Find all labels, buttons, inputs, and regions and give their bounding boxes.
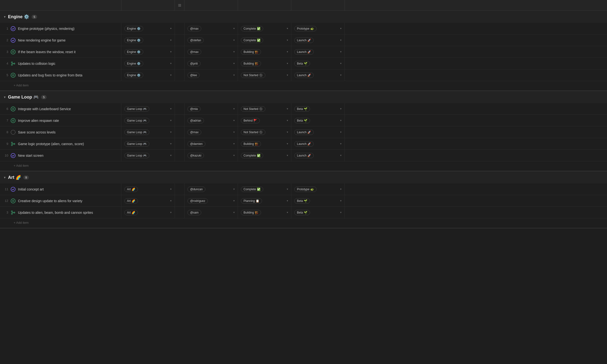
poc-cell-2-0[interactable]: @duncan ▾ [185,183,238,195]
poc-dropdown-arrow-0-3[interactable]: ▾ [233,62,235,65]
milestone-dropdown-arrow-0-0[interactable]: ▾ [340,27,342,30]
area-dropdown-arrow-1-1[interactable]: ▾ [170,119,172,122]
milestone-cell-1-4[interactable]: Launch 🚀 ▾ [291,150,345,161]
status-cell-1-4[interactable]: Complete ✅ ▾ [238,150,291,161]
poc-cell-1-3[interactable]: @damien ▾ [185,138,238,149]
milestone-dropdown-arrow-1-1[interactable]: ▾ [340,119,342,122]
area-cell-1-1[interactable]: Game Loop 🎮 ▾ [121,115,175,126]
milestone-dropdown-arrow-1-2[interactable]: ▾ [340,130,342,134]
milestone-cell-0-2[interactable]: Launch 🚀 ▾ [291,46,345,57]
poc-dropdown-arrow-1-1[interactable]: ▾ [233,119,235,122]
status-cell-0-2[interactable]: Building 🏗️ ▾ [238,46,291,57]
status-dropdown-arrow-2-0[interactable]: ▾ [287,188,288,191]
poc-cell-1-0[interactable]: @mia ▾ [185,103,238,115]
milestone-cell-1-3[interactable]: Launch 🚀 ▾ [291,138,345,149]
area-dropdown-arrow-2-2[interactable]: ▾ [170,211,172,214]
area-cell-2-2[interactable]: Art 🌈 ▾ [121,207,175,218]
status-dropdown-arrow-0-0[interactable]: ▾ [287,27,288,30]
add-column-button[interactable] [345,0,355,11]
milestone-cell-1-0[interactable]: Beta 🌱 ▾ [291,103,345,115]
milestone-cell-0-0[interactable]: Prototype 🐢 ▾ [291,23,345,34]
milestone-cell-0-4[interactable]: Launch 🚀 ▾ [291,69,345,81]
milestone-cell-1-2[interactable]: Launch 🚀 ▾ [291,126,345,138]
area-dropdown-arrow-0-4[interactable]: ▾ [170,74,172,77]
status-cell-1-2[interactable]: Not Started ⚫ ▾ [238,126,291,138]
milestone-dropdown-arrow-2-2[interactable]: ▾ [340,211,342,214]
milestone-dropdown-arrow-0-1[interactable]: ▾ [340,39,342,42]
area-cell-0-1[interactable]: Engine ⚙️ ▾ [121,34,175,46]
status-cell-1-1[interactable]: Behind 🚩 ▾ [238,115,291,126]
status-cell-2-1[interactable]: Planning 📋 ▾ [238,195,291,207]
area-cell-0-4[interactable]: Engine ⚙️ ▾ [121,69,175,81]
area-dropdown-arrow-0-0[interactable]: ▾ [170,27,172,30]
area-cell-2-1[interactable]: Art 🌈 ▾ [121,195,175,207]
milestone-dropdown-arrow-1-3[interactable]: ▾ [340,142,342,145]
area-dropdown-arrow-0-3[interactable]: ▾ [170,62,172,65]
poc-cell-2-2[interactable]: @sam ▾ [185,207,238,218]
area-dropdown-arrow-0-2[interactable]: ▾ [170,50,172,53]
milestone-dropdown-arrow-0-2[interactable]: ▾ [340,50,342,53]
status-dropdown-arrow-1-4[interactable]: ▾ [287,154,288,157]
group-header-1[interactable]: ▾ Game Loop 🎮 5 [0,91,607,103]
area-cell-0-3[interactable]: Engine ⚙️ ▾ [121,58,175,69]
poc-cell-1-2[interactable]: @max ▾ [185,126,238,138]
status-dropdown-arrow-1-3[interactable]: ▾ [287,142,288,145]
status-dropdown-arrow-2-1[interactable]: ▾ [287,199,288,202]
area-cell-1-3[interactable]: Game Loop 🎮 ▾ [121,138,175,149]
poc-dropdown-arrow-0-0[interactable]: ▾ [233,27,235,30]
status-dropdown-arrow-0-4[interactable]: ▾ [287,74,288,77]
area-dropdown-arrow-2-0[interactable]: ▾ [170,188,172,191]
poc-cell-1-4[interactable]: @kazuki ▾ [185,150,238,161]
area-cell-0-0[interactable]: Engine ⚙️ ▾ [121,23,175,34]
area-dropdown-arrow-1-2[interactable]: ▾ [170,130,172,134]
poc-dropdown-arrow-2-1[interactable]: ▾ [233,199,235,202]
milestone-dropdown-arrow-1-4[interactable]: ▾ [340,154,342,157]
group-header-0[interactable]: ▾ Engine ⚙️ 5 [0,11,607,23]
status-cell-0-1[interactable]: Complete ✅ ▾ [238,34,291,46]
milestone-cell-0-3[interactable]: Beta 🌱 ▾ [291,58,345,69]
status-dropdown-arrow-1-1[interactable]: ▾ [287,119,288,122]
status-dropdown-arrow-0-1[interactable]: ▾ [287,39,288,42]
area-cell-0-2[interactable]: Engine ⚙️ ▾ [121,46,175,57]
status-cell-0-3[interactable]: Building 🏗️ ▾ [238,58,291,69]
add-item-row-1[interactable]: + Add item [0,161,607,171]
area-cell-2-0[interactable]: Art 🌈 ▾ [121,183,175,195]
milestone-dropdown-arrow-2-1[interactable]: ▾ [340,199,342,202]
add-item-row-2[interactable]: + Add item [0,218,607,228]
status-dropdown-arrow-0-3[interactable]: ▾ [287,62,288,65]
poc-dropdown-arrow-1-0[interactable]: ▾ [233,107,235,110]
poc-cell-0-4[interactable]: @lee ▾ [185,69,238,81]
milestone-cell-0-1[interactable]: Launch 🚀 ▾ [291,34,345,46]
poc-cell-2-1[interactable]: @rodriguez ▾ [185,195,238,207]
status-dropdown-arrow-1-0[interactable]: ▾ [287,107,288,110]
status-cell-1-3[interactable]: Building 🏗️ ▾ [238,138,291,149]
milestone-dropdown-arrow-0-4[interactable]: ▾ [340,74,342,77]
area-dropdown-arrow-1-0[interactable]: ▾ [170,107,172,110]
collapse-icon-0[interactable]: ▾ [4,15,6,19]
poc-dropdown-arrow-1-4[interactable]: ▾ [233,154,235,157]
poc-cell-1-1[interactable]: @adrian ▾ [185,115,238,126]
area-cell-1-2[interactable]: Game Loop 🎮 ▾ [121,126,175,138]
group-header-2[interactable]: ▾ Art 🌈 9 [0,171,607,183]
status-cell-2-2[interactable]: Building 🏗️ ▾ [238,207,291,218]
area-dropdown-arrow-2-1[interactable]: ▾ [170,199,172,202]
collapse-icon-2[interactable]: ▾ [4,175,6,179]
poc-dropdown-arrow-0-4[interactable]: ▾ [233,74,235,77]
milestone-cell-2-2[interactable]: Beta 🌱 ▾ [291,207,345,218]
poc-dropdown-arrow-2-0[interactable]: ▾ [233,188,235,191]
status-dropdown-arrow-1-2[interactable]: ▾ [287,130,288,134]
poc-cell-0-0[interactable]: @max ▾ [185,23,238,34]
poc-cell-0-1[interactable]: @stefan ▾ [185,34,238,46]
milestone-dropdown-arrow-1-0[interactable]: ▾ [340,107,342,110]
status-cell-1-0[interactable]: Not Started ⚫ ▾ [238,103,291,115]
poc-cell-0-3[interactable]: @priti ▾ [185,58,238,69]
area-dropdown-arrow-1-4[interactable]: ▾ [170,154,172,157]
status-dropdown-arrow-0-2[interactable]: ▾ [287,50,288,53]
collapse-icon-1[interactable]: ▾ [4,95,6,99]
status-cell-0-0[interactable]: Complete ✅ ▾ [238,23,291,34]
poc-dropdown-arrow-2-2[interactable]: ▾ [233,211,235,214]
status-cell-0-4[interactable]: Not Started ⚫ ▾ [238,69,291,81]
area-cell-1-0[interactable]: Game Loop 🎮 ▾ [121,103,175,115]
milestone-dropdown-arrow-2-0[interactable]: ▾ [340,188,342,191]
poc-dropdown-arrow-0-2[interactable]: ▾ [233,50,235,53]
